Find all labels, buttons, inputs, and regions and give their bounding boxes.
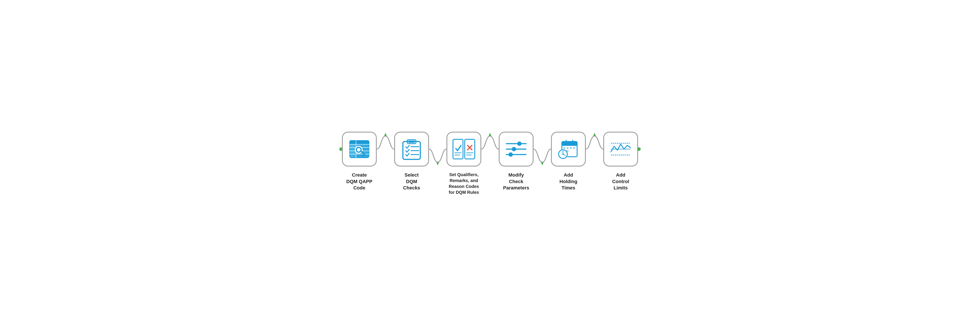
connector-1: [377, 132, 394, 167]
connector-svg-2: [429, 132, 447, 167]
svg-point-42: [509, 152, 513, 157]
end-dot: [637, 147, 641, 151]
connector-svg-3: [481, 132, 499, 167]
step-label-set-qualifiers: Set Qualifiers, Remarks, and Reason Code…: [449, 172, 479, 195]
step-box-select-checks: [394, 132, 429, 167]
step-create-dqm: Create DQM QAPP Code: [342, 132, 377, 191]
step-select-checks: Select DQM Checks: [394, 132, 429, 191]
sliders-icon: [504, 137, 528, 161]
step-add-holding: Add Holding Times: [551, 132, 586, 191]
svg-rect-1: [350, 140, 369, 144]
checklist-icon: [399, 137, 423, 161]
svg-rect-13: [350, 154, 356, 157]
svg-marker-36: [489, 133, 491, 136]
chart-line-icon: [609, 137, 633, 161]
step-label-select-checks: Select DQM Checks: [403, 172, 420, 191]
svg-point-41: [512, 147, 516, 151]
step-box-add-control: [603, 132, 638, 167]
connector-5: [586, 132, 603, 167]
svg-marker-27: [436, 162, 439, 166]
svg-marker-20: [384, 133, 387, 136]
svg-rect-52: [570, 147, 572, 149]
step-box-modify-check: [499, 132, 533, 167]
svg-rect-47: [562, 144, 577, 145]
document-check-icon: [452, 137, 476, 161]
step-label-add-control: Add Control Limits: [612, 172, 629, 191]
calendar-clock-icon: [557, 137, 581, 161]
svg-rect-51: [567, 147, 568, 149]
step-add-control: Add Control Limits: [603, 132, 638, 191]
svg-rect-50: [563, 147, 565, 149]
connector-2: [429, 132, 447, 167]
connector-svg-4: [533, 132, 551, 167]
connector-3: [481, 132, 499, 167]
step-label-add-holding: Add Holding Times: [560, 172, 578, 191]
svg-rect-11: [350, 151, 356, 154]
svg-rect-53: [573, 147, 575, 149]
connector-svg-1: [377, 132, 394, 167]
steps-row: Create DQM QAPP Code: [342, 132, 638, 195]
svg-rect-7: [350, 145, 356, 147]
step-set-qualifiers: Set Qualifiers, Remarks, and Reason Code…: [447, 132, 481, 195]
svg-marker-43: [541, 162, 544, 166]
step-box-create-dqm: [342, 132, 377, 167]
svg-marker-61: [593, 133, 596, 136]
svg-point-40: [517, 142, 522, 146]
svg-rect-31: [465, 139, 475, 159]
step-label-create-dqm: Create DQM QAPP Code: [346, 172, 372, 191]
step-box-add-holding: [551, 132, 586, 167]
svg-rect-23: [408, 140, 415, 143]
step-modify-check: Modify Check Parameters: [499, 132, 533, 191]
step-box-set-qualifiers: [447, 132, 481, 167]
connector-4: [533, 132, 551, 167]
connector-svg-5: [586, 132, 603, 167]
workflow-container: Create DQM QAPP Code: [337, 132, 643, 195]
step-label-modify-check: Modify Check Parameters: [503, 172, 529, 191]
database-key-icon: [347, 137, 371, 161]
